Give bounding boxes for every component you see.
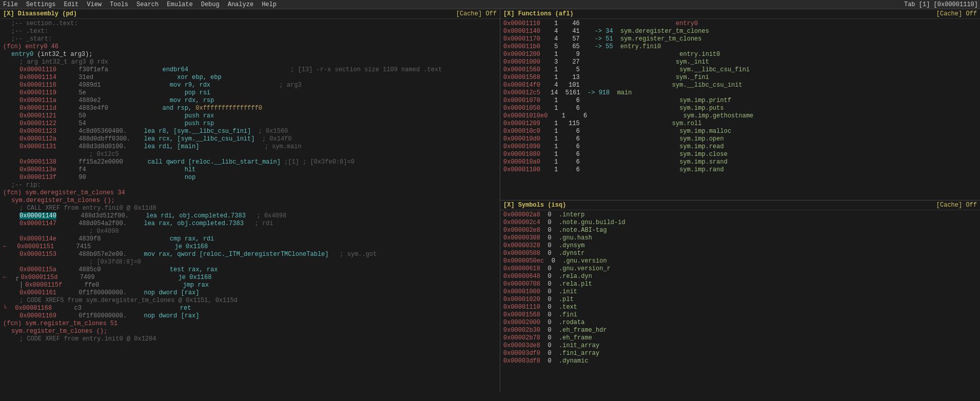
asm-line: 0x0000112a 488d0dbff0300. lea rcx, [sym.…: [2, 135, 498, 143]
sym-line: 0x00000708 0 .rela.plt: [502, 280, 978, 288]
asm-line: 0x00001110 f30f1efa endbr64 ; [13] -r-x …: [2, 66, 498, 74]
symbols-panel: [X] Symbols (isq) [Cache] Off 0x000002a8…: [500, 200, 980, 392]
func-line: 0x00001010e0 1 6 sym.imp.gethostname: [502, 112, 978, 120]
func-line: 0x00001200 1 9 entry.init0: [502, 51, 978, 58]
sym-line: 0x00002b30 0 .eh_frame_hdr: [502, 327, 978, 334]
asm-line: 0x00001153 488b057e2e00. mov rax, qword …: [2, 251, 498, 258]
menu-settings[interactable]: Settings: [25, 1, 57, 8]
func-line: 0x00001070 1 6 sym.imp.printf: [502, 97, 978, 105]
sym-line: 0x00001000 0 .init: [502, 288, 978, 296]
asm-line: 0x0000115a 4885c0 test rax, rax: [2, 266, 498, 274]
asm-line: 0x00001123 4c8d05360400. lea r8, [sym.__…: [2, 128, 498, 135]
sym-line: 0x000002e8 0 .note.ABI-tag: [502, 227, 978, 234]
func-line: 0x00001050 1 6 sym.imp.puts: [502, 105, 978, 112]
asm-line: sym.deregister_tm_clones ();: [2, 197, 498, 205]
asm-line: sym.register_tm_clones ();: [2, 328, 498, 335]
func-line: 0x00001090 1 6 sym.imp.read: [502, 143, 978, 151]
disassembly-panel: [X] Disassembly (pd) [Cache] Off ;-- sec…: [0, 9, 500, 392]
func-line: 0x00001100 1 6 sym.imp.rand: [502, 166, 978, 174]
functions-header: [X] Functions (afl) [Cache] Off: [500, 9, 980, 19]
func-line: 0x000014f0 4 101 sym.__libc_csu_init: [502, 82, 978, 89]
asm-line: ; CODE XREF from entry.init0 @ 0x1204: [2, 335, 498, 343]
menu-bar-left: File Settings Edit View Tools Search Emu…: [2, 1, 278, 8]
menu-emulate[interactable]: Emulate: [166, 1, 193, 8]
sym-line: 0x00000508 0 .dynstr: [502, 250, 978, 257]
functions-content[interactable]: 0x00001110 1 46 entry0 0x00001140 4 41 -…: [500, 19, 980, 200]
asm-line: ; 0x4098: [2, 228, 498, 235]
sym-line: 0x00002b78 0 .eh_frame: [502, 334, 978, 342]
asm-line: │0x0000115f ffe0 jmp rax: [2, 282, 498, 289]
menu-view[interactable]: View: [86, 1, 103, 8]
sym-line: 0x000002c4 0 .note.gnu.build-id: [502, 219, 978, 227]
sym-line: 0x00000328 0 .dynsym: [502, 242, 978, 250]
func-line: 0x00001560 1 5 sym.__libc_csu_fini: [502, 66, 978, 74]
asm-line: 0x0000111d 4883e4f0 and rsp, 0xfffffffff…: [2, 105, 498, 112]
sym-line: 0x00001110 0 .text: [502, 304, 978, 311]
asm-line: 0x00001138 ff15a22e0000 call qword [relo…: [2, 158, 498, 166]
asm-line: (fcn) sym.register_tm_clones 51: [2, 320, 498, 328]
menu-search[interactable]: Search: [135, 1, 160, 8]
main-area: [X] Disassembly (pd) [Cache] Off ;-- sec…: [0, 9, 980, 392]
right-panel: [X] Functions (afl) [Cache] Off 0x000011…: [500, 9, 980, 392]
sym-line: 0x00002000 0 .rodata: [502, 319, 978, 327]
asm-line: ;-- .text:: [2, 28, 498, 35]
func-line: 0x00001209 1 115 sym.roll: [502, 120, 978, 128]
symbols-header: [X] Symbols (isq) [Cache] Off: [500, 200, 980, 210]
func-line: 0x000010a0 1 6 sym.imp.srand: [502, 158, 978, 166]
functions-cache: [Cache] Off: [936, 10, 977, 17]
func-line: 0x00001170 4 57 -> 51 sym.register_tm_cl…: [502, 35, 978, 43]
func-line: 0x00001140 4 41 -> 34 sym.deregister_tm_…: [502, 28, 978, 35]
disassembly-content[interactable]: ;-- section..text: ;-- .text: ;-- _start…: [0, 19, 500, 392]
menu-file[interactable]: File: [2, 1, 19, 8]
asm-line: ;-- _start:: [2, 35, 498, 43]
asm-line: ←0x00001151 7415 je 0x1168: [2, 243, 498, 251]
sym-line: 0x00003de8 0 .init_array: [502, 342, 978, 350]
asm-line: 0x0000113f 90 nop: [2, 174, 498, 182]
asm-line: 0x00001116 4989d1 mov r9, rdx ; arg3: [2, 82, 498, 89]
sym-line: 0x000002a8 0 .interp: [502, 211, 978, 219]
sym-line: 0x00003df0 0 .fini_array: [502, 350, 978, 357]
func-line: 0x00001080 1 6 sym.imp.close: [502, 151, 978, 158]
asm-line: 0x00001114 31ed xor ebp, ebp: [2, 74, 498, 82]
sym-line: 0x00000308 0 .gnu.hash: [502, 234, 978, 242]
menu-help[interactable]: Help: [261, 1, 278, 8]
asm-line: entry0 (int32_t arg3);: [2, 51, 498, 58]
asm-line: 0x00001169 0f1f80000000. nop dword [rax]: [2, 312, 498, 320]
asm-line: (fcn) entry0 46: [2, 43, 498, 51]
asm-line: (fcn) sym.deregister_tm_clones 34: [2, 189, 498, 197]
asm-line: 0x00001147 488d054a2f00. lea rax, obj.co…: [2, 220, 498, 228]
menu-debug[interactable]: Debug: [200, 1, 221, 8]
sym-line: 0x00003df8 0 .dynamic: [502, 357, 978, 365]
functions-title: [X] Functions (afl): [503, 10, 574, 17]
sym-line: 0x00000648 0 .rela.dyn: [502, 273, 978, 280]
menu-analyze[interactable]: Analyze: [227, 1, 254, 8]
functions-panel: [X] Functions (afl) [Cache] Off 0x000011…: [500, 9, 980, 200]
menu-bar: File Settings Edit View Tools Search Emu…: [0, 0, 980, 9]
func-line: 0x000011b0 5 65 -> 55 entry.fini0: [502, 43, 978, 51]
asm-line: ; arg int32_t arg3 @ rdx: [2, 58, 498, 66]
asm-line: 0x0000111a 4889e2 mov rdx, rsp: [2, 97, 498, 105]
sym-line: 0x0000050ec 0 .gnu.version: [502, 257, 978, 265]
symbols-title: [X] Symbols (isq): [503, 202, 566, 209]
asm-line: ←┌0x0000115d 7409 je 0x1168: [2, 274, 498, 282]
asm-line: 0x00001140 488d3d512f00. lea rdi, obj.co…: [2, 212, 498, 220]
asm-line: └0x00001168 c3 ret: [2, 305, 498, 312]
menu-edit[interactable]: Edit: [63, 1, 80, 8]
func-line: 0x00001000 3 27 sym._init: [502, 58, 978, 66]
asm-line: ;-- section..text:: [2, 20, 498, 28]
func-line: 0x00001110 1 46 entry0: [502, 20, 978, 28]
sym-line: 0x00001020 0 .plt: [502, 296, 978, 304]
asm-line: 0x00001131 488d3d8d0100. lea rdi, [main]…: [2, 143, 498, 151]
asm-line: ;-- rip:: [2, 182, 498, 189]
asm-line: ; 0x12c5: [2, 151, 498, 158]
func-line: 0x00001568 1 13 sym._fini: [502, 74, 978, 82]
symbols-content[interactable]: 0x000002a8 0 .interp 0x000002c4 0 .note.…: [500, 210, 980, 392]
func-line: 0x000012c5 14 5161 -> 918 main: [502, 89, 978, 97]
asm-line: 0x0000114e 4839f8 cmp rax, rdi: [2, 235, 498, 243]
disassembly-title: [X] Disassembly (pd): [3, 10, 77, 17]
symbols-cache: [Cache] Off: [936, 202, 977, 209]
asm-line: 0x00001161 0f1f80000000. nop dword [rax]: [2, 289, 498, 297]
disassembly-cache: [Cache] Off: [456, 10, 497, 17]
menu-tools[interactable]: Tools: [109, 1, 129, 8]
disassembly-header: [X] Disassembly (pd) [Cache] Off: [0, 9, 500, 19]
